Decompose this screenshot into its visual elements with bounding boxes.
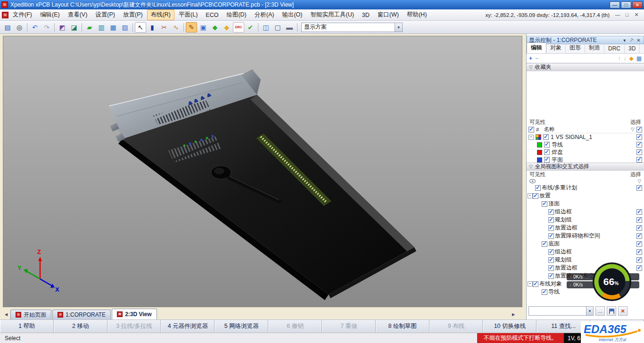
- select-checkbox[interactable]: [636, 225, 642, 231]
- tree-row[interactable]: 底面: [527, 240, 644, 248]
- visibility-checkbox[interactable]: [542, 289, 547, 295]
- visibility-checkbox[interactable]: [533, 281, 538, 287]
- chevron-down-icon[interactable]: ▾: [395, 23, 402, 32]
- tab-3d[interactable]: 3D: [625, 44, 640, 53]
- component-icon[interactable]: ◪: [68, 22, 80, 33]
- sketch-icon[interactable]: ✎: [186, 22, 197, 33]
- select-checkbox[interactable]: [636, 217, 642, 223]
- visibility-checkbox[interactable]: [535, 185, 541, 191]
- expander-icon[interactable]: −: [528, 281, 533, 286]
- menu-plane[interactable]: 平面(L): [175, 9, 201, 20]
- net-select-checkbox[interactable]: [636, 134, 642, 140]
- menu-analysis[interactable]: 分析(A): [251, 9, 278, 20]
- tab-fab[interactable]: 制造: [585, 43, 604, 53]
- tab-drc[interactable]: DRC: [604, 44, 625, 53]
- tab-scroll-right-icon[interactable]: ▶: [510, 311, 517, 318]
- expand-all-icon[interactable]: +: [529, 55, 532, 62]
- mirror-icon[interactable]: ▨: [119, 22, 131, 33]
- save-scheme-button[interactable]: [607, 306, 616, 316]
- visibility-checkbox[interactable]: [548, 249, 554, 255]
- visibility-checkbox[interactable]: [548, 209, 554, 215]
- menu-3d[interactable]: 3D: [358, 10, 373, 20]
- menu-draw[interactable]: 绘图(D): [223, 9, 250, 20]
- move-down-icon[interactable]: ↓: [623, 55, 626, 62]
- net-child-row[interactable]: 焊盘: [527, 148, 644, 156]
- child-checkbox[interactable]: [544, 149, 550, 155]
- copy-icon[interactable]: ▥: [96, 22, 107, 33]
- paste-icon[interactable]: ▦: [107, 22, 119, 33]
- menu-file[interactable]: 文件(F): [9, 9, 36, 20]
- 3d-scene[interactable]: Z Y X: [3, 36, 523, 308]
- expander-icon[interactable]: −: [528, 193, 533, 198]
- visibility-checkbox[interactable]: [548, 273, 554, 279]
- pin-icon[interactable]: ⊤: [628, 37, 635, 43]
- tab-objects[interactable]: 对象: [546, 43, 566, 53]
- tree-row[interactable]: 组边框: [527, 248, 644, 256]
- visibility-checkbox[interactable]: [548, 265, 554, 271]
- select-checkbox[interactable]: [636, 265, 642, 271]
- tab-corporate[interactable]: ≋ 1:CORPORATE: [52, 310, 111, 319]
- close-button[interactable]: ✕: [632, 1, 643, 8]
- browse-button[interactable]: …: [595, 306, 605, 316]
- select-checkbox[interactable]: [636, 249, 642, 255]
- visibility-checkbox[interactable]: [533, 193, 538, 199]
- select-checkbox[interactable]: [636, 241, 642, 247]
- tab-scroll-left-icon[interactable]: ◀: [3, 311, 9, 318]
- net-visibility-checkbox[interactable]: [543, 134, 549, 140]
- 3d-viewport[interactable]: Z Y X: [3, 36, 522, 307]
- fn-key-8[interactable]: 8 绘制草图: [376, 320, 429, 333]
- collapse-all-icon[interactable]: −: [535, 55, 538, 62]
- assign-icon[interactable]: ◩: [57, 22, 68, 33]
- drc-check-icon[interactable]: ✔: [245, 22, 256, 33]
- select-checkbox[interactable]: [636, 209, 642, 215]
- menu-eco[interactable]: ECO: [202, 10, 222, 20]
- menu-route[interactable]: 布线(R): [147, 9, 174, 20]
- multi-route-icon[interactable]: ∿: [170, 22, 182, 33]
- tree-row[interactable]: 顶面: [527, 200, 644, 208]
- mdi-restore-button[interactable]: □: [623, 12, 631, 18]
- board-view-icon[interactable]: ▬: [284, 22, 295, 33]
- child-select-checkbox[interactable]: [636, 142, 642, 147]
- plane-fill-icon[interactable]: ▰: [84, 22, 95, 33]
- fn-key-10[interactable]: 10 切换修线: [483, 320, 537, 333]
- tree-row[interactable]: 规划组: [527, 216, 644, 224]
- panel-close-icon[interactable]: ✕: [636, 38, 642, 43]
- minimize-button[interactable]: —: [610, 1, 620, 8]
- favorites-bar[interactable]: ▽ 收藏夹: [527, 63, 644, 71]
- menu-output[interactable]: 输出(O): [278, 9, 306, 20]
- diamond-icon[interactable]: ◆: [629, 55, 633, 62]
- fn-key-4[interactable]: 4 元器件浏览器: [161, 320, 215, 333]
- visibility-checkbox[interactable]: [548, 257, 554, 263]
- visibility-all-checkbox[interactable]: [528, 127, 534, 132]
- document-icon[interactable]: ≋: [2, 12, 8, 18]
- net-child-row[interactable]: 平面: [527, 156, 644, 163]
- child-select-checkbox[interactable]: [636, 149, 642, 155]
- fn-key-5[interactable]: 5 网络浏览器: [215, 320, 268, 333]
- visibility-checkbox[interactable]: [542, 241, 547, 247]
- child-checkbox[interactable]: [544, 142, 550, 147]
- save-icon[interactable]: ▤: [2, 22, 13, 33]
- fn-key-1[interactable]: 1 帮助: [0, 320, 54, 333]
- global-view-bar[interactable]: ▽ 全局视图和交互式选择: [527, 163, 644, 171]
- tab-3d-view[interactable]: ≋ 2:3D View: [112, 309, 157, 319]
- mdi-minimize-button[interactable]: —: [614, 12, 621, 18]
- scheme-combo[interactable]: ▾: [528, 306, 594, 316]
- redo-icon[interactable]: ↷: [41, 22, 52, 33]
- tab-edit[interactable]: 编辑: [527, 42, 546, 53]
- visibility-checkbox[interactable]: [542, 201, 547, 207]
- tree-row[interactable]: 放置障碍物和空间: [527, 232, 644, 240]
- sheet-icon[interactable]: ▢: [272, 22, 283, 33]
- move-up-icon[interactable]: ↑: [618, 55, 620, 62]
- select-checkbox[interactable]: [636, 233, 642, 239]
- child-checkbox[interactable]: [544, 157, 550, 163]
- yellow-diamond-icon[interactable]: ◆: [221, 22, 232, 33]
- tree-row[interactable]: 布线/多重计划: [527, 184, 644, 192]
- select-pointer-icon[interactable]: ↖: [135, 22, 146, 33]
- undo-icon[interactable]: ↶: [29, 22, 41, 33]
- tab-start-page[interactable]: ≋ 开始页面: [10, 310, 51, 319]
- menu-window[interactable]: 窗口(W): [374, 9, 403, 20]
- performance-gauge[interactable]: 66%: [592, 262, 632, 303]
- menu-edit[interactable]: 编辑(E): [36, 9, 64, 20]
- tree-row[interactable]: 放置边框: [527, 224, 644, 232]
- green-diamond-icon[interactable]: ◆: [209, 22, 221, 33]
